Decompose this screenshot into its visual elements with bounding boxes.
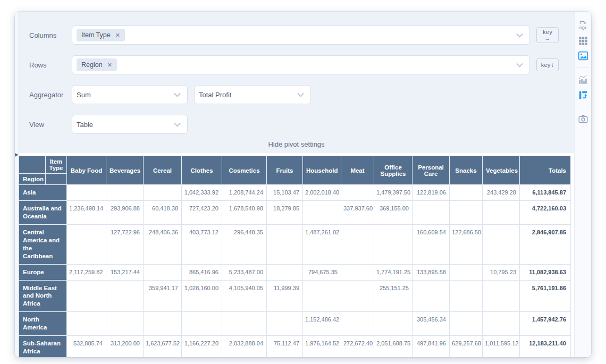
key-label: key xyxy=(543,29,552,35)
view-value: Table xyxy=(77,121,93,129)
value-cell xyxy=(450,264,483,280)
value-cell xyxy=(67,185,106,201)
aggregator-row: Aggregator Sum Total Profit xyxy=(29,85,574,104)
bar-chart-icon[interactable] xyxy=(577,74,589,86)
image-icon[interactable] xyxy=(577,50,589,62)
col-header: Meat xyxy=(341,156,374,185)
value-cell xyxy=(106,312,144,336)
left-gutter: ▶ xyxy=(15,12,19,357)
arrow-down-icon: ↓ xyxy=(551,62,554,68)
value-cell xyxy=(106,185,144,201)
remove-rows-tag-icon[interactable]: ✕ xyxy=(107,62,112,69)
value-cell xyxy=(67,224,106,264)
value-cell xyxy=(341,264,374,280)
value-cell xyxy=(67,280,106,312)
aggregator-field-select[interactable]: Total Profit xyxy=(194,85,311,104)
sql-icon[interactable]: SQL xyxy=(577,19,589,31)
chevron-down-icon[interactable] xyxy=(516,31,523,38)
columns-key-button[interactable]: key → xyxy=(536,27,559,43)
columns-select[interactable]: Item Type ✕ xyxy=(72,26,530,45)
collapse-panel-arrow-icon[interactable]: ▶ xyxy=(15,151,19,157)
chevron-down-icon[interactable] xyxy=(174,90,181,97)
camera-icon[interactable] xyxy=(577,113,589,125)
value-cell xyxy=(341,224,374,264)
view-label: View xyxy=(29,121,72,129)
value-cell: 313,200.00 xyxy=(106,336,144,357)
value-cell: 243,429.28 xyxy=(483,185,520,201)
grid-icon[interactable] xyxy=(577,35,589,46)
value-cell: 1,011,595.12 xyxy=(483,336,520,357)
value-cell: 10,795.23 xyxy=(483,264,520,280)
value-cell: 15,103.47 xyxy=(267,185,303,201)
table-row: North America1,152,486.42305,456.341,457… xyxy=(19,312,571,336)
value-cell xyxy=(222,312,267,336)
totals-col-header: Totals xyxy=(520,156,571,185)
value-cell xyxy=(341,185,374,201)
aggregator-label: Aggregator xyxy=(29,91,72,99)
col-header: Snacks xyxy=(450,156,483,185)
value-cell: 122,686.50 xyxy=(450,224,483,264)
value-cell: 5,233,487.00 xyxy=(222,264,267,280)
col-header: Baby Food xyxy=(67,156,106,185)
arrow-right-icon: → xyxy=(544,35,551,41)
chevron-down-icon[interactable] xyxy=(174,120,181,127)
columns-tag[interactable]: Item Type ✕ xyxy=(77,29,125,41)
value-cell xyxy=(483,312,520,336)
column-axis-label: Item Type xyxy=(46,156,67,174)
value-cell xyxy=(267,312,303,336)
row-total-cell: 12,183,211.40 xyxy=(520,336,571,357)
row-total-cell: 5,761,191.86 xyxy=(520,280,571,312)
columns-tag-label: Item Type xyxy=(81,31,111,39)
value-cell: 532,885.74 xyxy=(67,336,106,357)
value-cell xyxy=(303,280,341,312)
value-cell: 272,672.40 xyxy=(341,336,374,357)
value-cell: 1,479,397.50 xyxy=(374,185,413,201)
value-cell xyxy=(483,224,520,264)
value-cell xyxy=(450,200,483,224)
col-header: Clothes xyxy=(182,156,222,185)
row-total-cell: 1,457,942.76 xyxy=(520,312,571,336)
value-cell: 2,117,259.82 xyxy=(67,264,106,280)
value-cell: 1,042,333.92 xyxy=(182,185,222,201)
aggregator-value: Sum xyxy=(77,91,91,99)
value-cell xyxy=(413,280,450,312)
rows-select[interactable]: Region ✕ xyxy=(72,55,530,74)
hide-pivot-settings-link[interactable]: Hide pivot settings xyxy=(19,140,574,148)
columns-row: Columns Item Type ✕ key → xyxy=(29,26,574,45)
remove-columns-tag-icon[interactable]: ✕ xyxy=(115,32,120,39)
value-cell: 293,906.88 xyxy=(106,200,144,224)
pivot-table-area: Item TypeBaby FoodBeveragesCerealClothes… xyxy=(19,153,574,357)
value-cell: 369,155.00 xyxy=(374,200,413,224)
row-label: Asia xyxy=(19,185,67,201)
chevron-down-icon[interactable] xyxy=(297,90,304,97)
value-cell xyxy=(182,312,222,336)
value-cell xyxy=(450,312,483,336)
value-cell xyxy=(374,224,413,264)
value-cell: 1,487,261.02 xyxy=(303,224,341,264)
chevron-down-icon[interactable] xyxy=(516,61,523,67)
svg-text:SQL: SQL xyxy=(579,26,587,30)
value-cell: 4,105,940.05 xyxy=(222,280,267,312)
pivot-icon[interactable] xyxy=(577,89,589,101)
value-cell: 75,112.47 xyxy=(267,336,303,357)
col-header: Household xyxy=(303,156,341,185)
rows-key-button[interactable]: key ↓ xyxy=(536,58,559,71)
value-cell: 1,028,160.00 xyxy=(182,280,222,312)
value-cell: 1,166,227.20 xyxy=(182,336,222,357)
value-cell: 1,774,191.25 xyxy=(374,264,413,280)
right-toolbar: SQL xyxy=(574,12,591,357)
blank-cell xyxy=(46,174,67,185)
aggregator-select[interactable]: Sum xyxy=(72,85,188,104)
col-header: Cosmetics xyxy=(222,156,267,185)
value-cell: 727,423.20 xyxy=(182,200,222,224)
value-cell xyxy=(67,312,106,336)
value-cell: 403,773.12 xyxy=(182,224,222,264)
value-cell: 2,002,018.40 xyxy=(303,185,341,201)
rows-row: Rows Region ✕ key ↓ xyxy=(29,55,574,74)
view-select[interactable]: Table xyxy=(72,115,188,134)
row-label: Central America and the Caribbean xyxy=(19,224,67,264)
rows-tag[interactable]: Region ✕ xyxy=(77,58,117,71)
value-cell: 248,406.36 xyxy=(144,224,182,264)
value-cell: 1,678,540.98 xyxy=(222,200,267,224)
value-cell: 337,937.60 xyxy=(341,200,374,224)
